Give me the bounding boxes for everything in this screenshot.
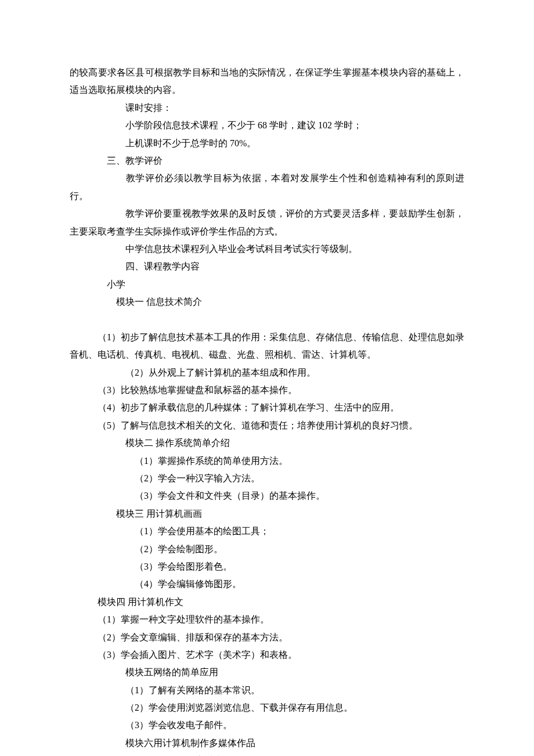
elementary-title: 小学 (70, 276, 464, 293)
paragraph-intro: 的较高要求各区县可根据教学目标和当地的实际情况，在保证学生掌握基本模块内容的基础… (70, 64, 464, 99)
module-5-item-3: （3）学会收发电子邮件。 (70, 717, 464, 734)
module-5-item-1: （1）了解有关网络的基本常识。 (70, 682, 464, 699)
module-1-item-3: （3）比较熟练地掌握键盘和鼠标器的基本操作。 (70, 381, 464, 399)
module-2-item-2: （2）学会一种汉字输入方法。 (70, 470, 464, 487)
evaluation-exam: 中学信息技术课程列入毕业会考试科目考试实行等级制。 (70, 240, 464, 258)
section-3-title: 三、教学评价 (70, 152, 464, 170)
module-4-item-2: （2）学会文章编辑、排版和保存的基本方法。 (70, 629, 464, 646)
module-2-item-3: （3）学会文件和文件夹（目录）的基本操作。 (70, 487, 464, 505)
module-4-item-1: （1）掌握一种文字处理软件的基本操作。 (70, 611, 464, 628)
module-1-item-5: （5）了解与信息技术相关的文化、道德和责任；培养使用计算机的良好习惯。 (70, 417, 464, 434)
module-3-item-3: （3）学会给图形着色。 (70, 558, 464, 575)
evaluation-text-2: 教学评价要重视教学效果的及时反馈，评价的方式要灵活多样，要鼓励学生创新，主要采取… (70, 208, 464, 236)
module-1-item-2: （2）从外观上了解计算机的基本组成和作用。 (70, 364, 464, 381)
evaluation-para-1: 教学评价必须以教学目标为依据，本着对发展学生个性和创造精神有利的原则进行。 (70, 170, 464, 205)
module-6-title: 模块六用计算机制作多媒体作品 (70, 735, 464, 752)
module-6-item-1: （1）了解多媒体素材类型。 (70, 752, 464, 756)
module-1-item-1-text: （1）初步了解信息技术基本工具的作用：采集信息、存储信息、传输信息、处理信息如录… (70, 332, 464, 359)
evaluation-para-2: 教学评价要重视教学效果的及时反馈，评价的方式要灵活多样，要鼓励学生创新，主要采取… (70, 205, 464, 240)
section-4-title: 四、课程教学内容 (70, 258, 464, 275)
module-4-title: 模块四 用计算机作文 (70, 593, 464, 611)
module-3-item-2: （2）学会绘制图形。 (70, 541, 464, 558)
module-2-title: 模块二 操作系统简单介绍 (70, 434, 464, 452)
class-hours-elementary: 小学阶段信息技术课程，不少于 68 学时，建议 102 学时； (70, 117, 464, 134)
module-4-item-3: （3）学会插入图片、艺术字（美术字）和表格。 (70, 646, 464, 664)
module-3-item-1: （1）学会使用基本的绘图工具； (70, 523, 464, 540)
module-2-item-1: （1）掌握操作系统的简单使用方法。 (70, 452, 464, 470)
module-5-title: 模块五网络的简单应用 (70, 664, 464, 681)
module-5-item-2: （2）学会使用浏览器浏览信息、下载并保存有用信息。 (70, 699, 464, 717)
module-1-item-4: （4）初步了解承载信息的几种媒体；了解计算机在学习、生活中的应用。 (70, 399, 464, 416)
class-hours-title: 课时安排： (70, 99, 464, 117)
class-hours-computer: 上机课时不少于总学时的 70%。 (70, 135, 464, 152)
module-1-title: 模块一 信息技术简介 (70, 293, 464, 311)
module-3-item-4: （4）学会编辑修饰图形。 (70, 575, 464, 593)
evaluation-text-1: 教学评价必须以教学目标为依据，本着对发展学生个性和创造精神有利的原则进行。 (70, 173, 464, 200)
module-1-item-1: （1）初步了解信息技术基本工具的作用：采集信息、存储信息、传输信息、处理信息如录… (70, 329, 464, 364)
module-3-title: 模块三 用计算机画画 (70, 505, 464, 523)
